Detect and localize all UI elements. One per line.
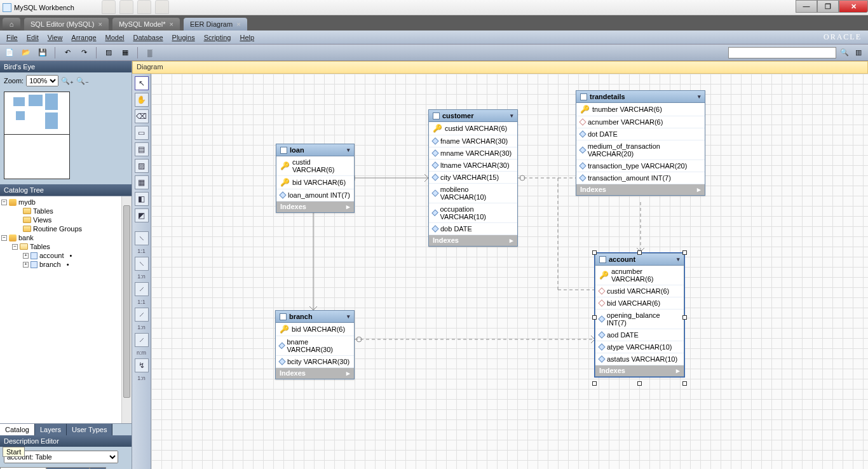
image-tool[interactable]: ▨ — [135, 159, 149, 173]
expand-icon[interactable]: − — [1, 235, 7, 241]
redo-button[interactable]: ↷ — [78, 47, 90, 58]
resize-handle[interactable] — [592, 250, 597, 255]
toggle-grid-button[interactable]: ▒ — [144, 47, 156, 58]
chevron-down-icon[interactable]: ▾ — [510, 112, 513, 119]
start-tooltip: Start — [3, 447, 25, 457]
diagram-canvas[interactable]: loan▾ 🔑custid VARCHAR(6) 🔑bid VARCHAR(6)… — [151, 74, 868, 469]
chevron-right-icon[interactable]: ▸ — [346, 203, 350, 211]
entity-trandetails[interactable]: trandetails▾ 🔑tnumber VARCHAR(6) acnumbe… — [576, 90, 705, 196]
column-icon — [431, 210, 438, 217]
subtab-catalog[interactable]: Catalog — [0, 424, 35, 435]
background-browser-tabs — [102, 0, 811, 14]
hand-tool[interactable]: ✋ — [135, 93, 149, 107]
eraser-tool[interactable]: ⌫ — [135, 109, 149, 123]
entity-customer[interactable]: customer▾ 🔑custid VARCHAR(6) fname VARCH… — [428, 109, 518, 247]
resize-handle[interactable] — [592, 381, 597, 386]
resize-handle[interactable] — [682, 315, 687, 320]
expand-icon[interactable]: + — [23, 262, 29, 268]
chevron-right-icon[interactable]: ▸ — [697, 186, 701, 194]
menu-file[interactable]: File — [6, 34, 18, 41]
key-icon: 🔑 — [280, 325, 289, 334]
menu-database[interactable]: Database — [133, 34, 163, 41]
folder-open-icon — [20, 243, 28, 250]
key-icon: 🔑 — [280, 161, 290, 170]
close-icon[interactable]: × — [98, 20, 102, 28]
new-file-button[interactable]: 📄 — [4, 47, 15, 58]
search-options-icon[interactable]: ▥ — [853, 47, 864, 58]
chevron-down-icon[interactable]: ▾ — [347, 313, 350, 320]
menu-view[interactable]: View — [48, 34, 63, 41]
chevron-right-icon[interactable]: ▸ — [676, 367, 680, 375]
maximize-button[interactable]: ❐ — [817, 0, 839, 13]
column-icon — [579, 130, 586, 137]
export-button[interactable]: ▦ — [119, 47, 131, 58]
zoom-in-icon[interactable]: 🔍₊ — [61, 77, 74, 85]
entity-loan[interactable]: loan▾ 🔑custid VARCHAR(6) 🔑bid VARCHAR(6)… — [276, 144, 355, 213]
save-button[interactable]: 💾 — [37, 47, 48, 58]
tab-sql-editor[interactable]: SQL Editor (MySQL)× — [24, 18, 109, 31]
column-icon — [431, 173, 438, 180]
routine-tool[interactable]: ◩ — [135, 208, 149, 222]
resize-handle[interactable] — [682, 381, 687, 386]
database-icon — [9, 234, 17, 241]
rel-existing-cols-tool[interactable]: ↯ — [135, 358, 149, 372]
undo-button[interactable]: ↶ — [62, 47, 73, 58]
subtab-usertypes[interactable]: User Types — [67, 424, 112, 435]
close-icon[interactable]: × — [236, 20, 240, 28]
tab-eer-diagram[interactable]: EER Diagram× — [184, 18, 247, 31]
search-input[interactable] — [728, 47, 836, 58]
catalog-tree[interactable]: −mydb Tables Views Routine Groups −bank … — [0, 196, 132, 424]
resize-handle[interactable] — [637, 250, 642, 255]
entity-account[interactable]: account▾ 🔑acnumber VARCHAR(6) custid VAR… — [595, 253, 684, 377]
tab-mysql-model[interactable]: MySQL Model*× — [112, 18, 180, 31]
expand-icon[interactable]: + — [23, 253, 29, 259]
rel-1-1-id-tool[interactable]: ⟋ — [135, 282, 149, 296]
diagram-tab-header[interactable]: Diagram — [132, 61, 868, 74]
rel-1-n-id-tool[interactable]: ⟋ — [135, 308, 149, 322]
menu-scripting[interactable]: Scripting — [204, 34, 231, 41]
menu-edit[interactable]: Edit — [27, 34, 39, 41]
zoom-out-icon[interactable]: 🔍₋ — [76, 77, 89, 85]
table-tool[interactable]: ▦ — [135, 175, 149, 189]
chevron-right-icon[interactable]: ▸ — [510, 236, 513, 245]
key-icon: 🔑 — [280, 178, 290, 187]
expand-icon[interactable]: − — [12, 244, 18, 250]
column-icon — [431, 225, 438, 232]
minimize-button[interactable]: — — [796, 0, 817, 13]
search-icon[interactable]: 🔍 — [839, 47, 850, 58]
pointer-tool[interactable]: ↖ — [135, 76, 149, 90]
birds-eye-view[interactable] — [4, 92, 70, 179]
chevron-down-icon[interactable]: ▾ — [677, 256, 680, 262]
rel-1-1-nonid-tool[interactable]: ⟍ — [135, 231, 149, 245]
note-tool[interactable]: ▤ — [135, 142, 149, 156]
rel-n-m-tool[interactable]: ⟋ — [135, 333, 149, 347]
catalog-tree-header: Catalog Tree — [0, 184, 132, 196]
diagram-tool-strip: ↖ ✋ ⌫ ▭ ▤ ▨ ▦ ◧ ◩ ⟍1:1 ⟍1:n ⟋1:1 ⟋1:n ⟋n… — [132, 74, 151, 469]
close-button[interactable]: ✕ — [839, 0, 868, 13]
subtab-layers[interactable]: Layers — [35, 424, 67, 435]
expand-icon[interactable]: − — [1, 200, 7, 205]
rel-1-n-nonid-tool[interactable]: ⟍ — [135, 257, 149, 271]
zoom-select[interactable]: 100% — [26, 75, 58, 86]
layer-tool[interactable]: ▭ — [135, 126, 149, 140]
tree-scrollbar[interactable] — [121, 196, 132, 423]
open-file-button[interactable]: 📂 — [20, 47, 32, 58]
column-icon — [598, 343, 605, 350]
chevron-down-icon[interactable]: ▾ — [698, 93, 701, 100]
column-icon — [579, 162, 586, 169]
resize-handle[interactable] — [637, 381, 642, 386]
resize-handle[interactable] — [682, 250, 687, 255]
menu-model[interactable]: Model — [105, 34, 125, 41]
chevron-right-icon[interactable]: ▸ — [346, 369, 350, 377]
resize-handle[interactable] — [592, 315, 597, 320]
validate-button[interactable]: ▨ — [103, 47, 114, 58]
table-icon — [580, 93, 587, 100]
menu-plugins[interactable]: Plugins — [172, 34, 195, 41]
home-tab[interactable]: ⌂ — [3, 18, 20, 31]
view-tool[interactable]: ◧ — [135, 192, 149, 206]
menu-help[interactable]: Help — [240, 34, 254, 41]
entity-branch[interactable]: branch▾ 🔑bid VARCHAR(6) bname VARCHAR(30… — [275, 310, 355, 379]
chevron-down-icon[interactable]: ▾ — [347, 147, 350, 153]
menu-arrange[interactable]: Arrange — [71, 34, 96, 41]
close-icon[interactable]: × — [169, 20, 173, 28]
